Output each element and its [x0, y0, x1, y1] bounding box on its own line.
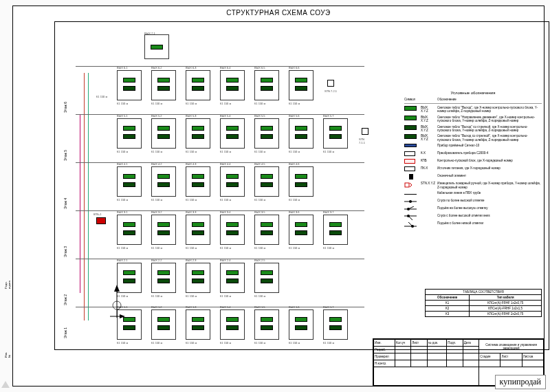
floor-label: Этаж 3: [63, 246, 67, 257]
legend-symbol: [404, 199, 418, 204]
riser-line-red: [84, 73, 85, 320]
margin-label: Инв. №: [4, 349, 11, 358]
legend-symbol: [404, 182, 418, 186]
corr-cell: К1: [426, 301, 470, 306]
exit-sign-dark-icon: [226, 182, 239, 187]
exit-sign-dark-icon: [226, 134, 239, 139]
device-label: ВЫХ 3.1: [117, 210, 128, 214]
device-cabinet: [254, 263, 279, 293]
correspondence-table: ТАБЛИЦА СООТВЕТСТВИЯ Обозначение Тип каб…: [425, 289, 542, 317]
cable-dimension: К1 150 м: [117, 102, 128, 105]
exit-sign-dark-icon: [295, 230, 307, 235]
legend-row: ПК-ХИсточник питания, где Х-порядковый н…: [404, 166, 542, 172]
legend-code: КПБ: [421, 159, 434, 162]
device-cabinet: [289, 309, 314, 340]
cable-dimension: К1 150 м: [220, 294, 231, 298]
exit-sign-dark-icon: [192, 230, 204, 235]
svg-line-13: [408, 216, 412, 220]
exit-sign-icon: [226, 78, 239, 83]
device-cabinet: [220, 166, 245, 197]
exit-sign-icon: [295, 174, 307, 179]
legend-code: К-Х: [421, 151, 434, 155]
tb-cell: Проверил: [374, 353, 395, 360]
legend-symbol: [404, 106, 418, 111]
exit-sign-dark-icon: [226, 279, 239, 283]
cable-dimension: К1 150 м: [117, 341, 128, 345]
device-cabinet: [220, 309, 245, 340]
floor-label: Этаж 6: [63, 102, 67, 113]
cable-dimension: К1 150 м: [220, 198, 231, 202]
device-label: ВЫХ 4.1: [117, 162, 128, 166]
svg-point-7: [409, 200, 412, 203]
cable-dimension: К1 150 м: [186, 198, 197, 202]
device-cabinet: [186, 166, 210, 197]
legend-header-desc: Обозначение: [437, 98, 542, 101]
watermark: купипродай: [495, 375, 546, 389]
legend-body: ВЫХ. Х.Y.ZСветовое табло "Выход", где Х-…: [404, 106, 542, 227]
cable-dimension: К1 150 м: [186, 150, 197, 153]
legend-row: ВЫХ. Х.Y.ZСветовое табло "Направление дв…: [404, 116, 542, 123]
legend-row: Оконечный элемент: [404, 174, 542, 179]
exit-sign-dark-icon: [261, 182, 273, 187]
cable-dimension: К1 150 м: [289, 150, 300, 153]
device-cabinet: [323, 309, 348, 340]
device-cabinet: [220, 263, 245, 293]
legend-description: Световое табло "Направление движения", г…: [437, 116, 542, 123]
legend-symbol: [404, 159, 418, 164]
exit-sign-dark-icon: [261, 86, 273, 91]
exit-sign-icon: [151, 45, 163, 50]
inner-frame: Этаж 6 Этаж 5 Этаж 4 Этаж 3 Этаж 2 Этаж …: [54, 21, 549, 350]
cable-dimension: К1 150 м: [186, 102, 197, 105]
device-cabinet: [289, 118, 314, 149]
legend-symbol: [404, 125, 418, 130]
device-label: ВЫХ 2.2: [151, 259, 162, 262]
drawing-title: СТРУКТУРНАЯ СХЕМА СОУЭ: [13, 9, 544, 17]
cable-dimension: К1 150 м: [254, 341, 265, 345]
speaker-icon: [327, 80, 334, 87]
cable-dimension: К1 150 м: [323, 246, 334, 250]
legend-symbol: [404, 134, 418, 139]
margin-label: Подп. и дата: [4, 281, 11, 289]
corr-cell: К2: [426, 306, 470, 312]
cable-dimension: К1 150 м: [151, 294, 162, 298]
cable-dimension: К1 150 м: [186, 341, 197, 345]
device-label: ВЫХ 1.5: [254, 305, 265, 309]
exit-sign-dark-icon: [192, 279, 204, 283]
device-label: ВЫХ 6.4: [220, 66, 231, 69]
device-cabinet: [323, 118, 348, 149]
fold-mark: [1, 381, 10, 388]
legend-row: Спуск с более высокой отметки вниз: [404, 214, 542, 219]
device-label: ВЫХ 5.4: [220, 114, 231, 118]
exit-sign-icon: [192, 270, 204, 275]
legend-symbol: [404, 214, 418, 219]
legend-row: К-ХПреобразователь прибора С2000-4: [404, 151, 542, 157]
device-cabinet: [254, 309, 279, 340]
device-label: ВЫХ 1.3: [186, 305, 197, 309]
exit-sign-dark-icon: [192, 134, 204, 139]
device-label: ВЫХ 5.5: [254, 114, 265, 118]
tb-cell: Подп.: [447, 340, 463, 347]
exit-sign-icon: [192, 126, 204, 131]
exit-sign-icon: [295, 126, 307, 131]
device-cabinet: [186, 118, 210, 149]
legend-row: ВЫХ. Х.Y.ZСветовое табло "Выход" со стре…: [404, 125, 542, 133]
cable-dimension: К1 150 м: [186, 246, 197, 250]
legend-description: Световое табло "Выход" со стрелкой, где …: [437, 125, 542, 133]
exit-sign-dark-icon: [157, 325, 170, 330]
device-cabinet: [254, 215, 279, 245]
legend-description: Подъём с более низкой отметки: [437, 221, 542, 225]
device-cabinet: [186, 215, 210, 245]
device-label: ВЫХ 4.6: [289, 162, 300, 166]
svg-marker-1: [114, 285, 120, 292]
legend-description: Прибор приёмный Сигнал-10: [437, 144, 542, 147]
device-label: ВЫХ 6.5: [254, 66, 265, 69]
exit-sign-icon: [123, 270, 135, 275]
device-cabinet: [117, 70, 142, 100]
device-cabinet: [186, 263, 210, 293]
device-label: ВЫХ 4.5: [254, 162, 265, 166]
exit-sign-icon: [295, 317, 307, 322]
legend-code: ВЫХ. Х.Y.Z: [421, 106, 434, 113]
corr-header: Обозначение: [426, 295, 470, 301]
device-label: ВЫХ 2.4: [220, 259, 231, 262]
cable-dimension: К1 150 м: [96, 95, 107, 98]
